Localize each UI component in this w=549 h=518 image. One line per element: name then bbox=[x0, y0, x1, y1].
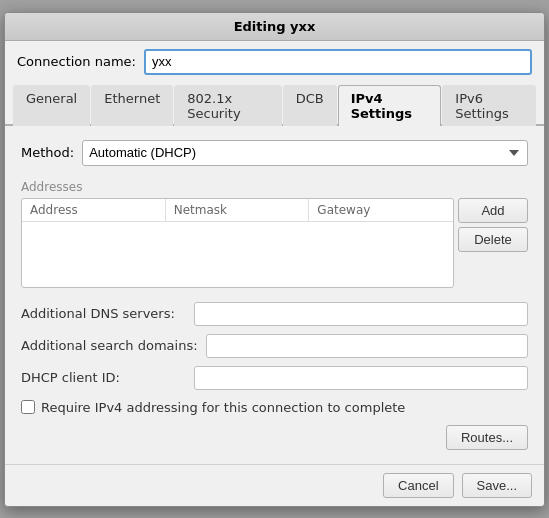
dns-label: Additional DNS servers: bbox=[21, 306, 186, 321]
addresses-section: Addresses Address Netmask Gateway Add De… bbox=[21, 180, 528, 288]
delete-button[interactable]: Delete bbox=[458, 227, 528, 252]
tab-security[interactable]: 802.1x Security bbox=[174, 85, 281, 126]
dns-row: Additional DNS servers: bbox=[21, 302, 528, 326]
dialog-title: Editing yxx bbox=[234, 19, 316, 34]
dialog: Editing yxx Connection name: General Eth… bbox=[4, 12, 545, 507]
connection-name-input[interactable] bbox=[144, 49, 532, 75]
add-button[interactable]: Add bbox=[458, 198, 528, 223]
method-select[interactable]: Automatic (DHCP) bbox=[82, 140, 528, 166]
footer: Cancel Save... bbox=[5, 464, 544, 506]
tabs-bar: General Ethernet 802.1x Security DCB IPv… bbox=[5, 83, 544, 126]
require-ipv4-checkbox[interactable] bbox=[21, 400, 35, 414]
dns-input[interactable] bbox=[194, 302, 528, 326]
addresses-body bbox=[22, 222, 453, 272]
tab-ipv4[interactable]: IPv4 Settings bbox=[338, 85, 442, 126]
col-netmask: Netmask bbox=[166, 199, 310, 221]
addr-buttons: Add Delete bbox=[458, 198, 528, 288]
connection-name-label: Connection name: bbox=[17, 54, 136, 69]
require-ipv4-row: Require IPv4 addressing for this connect… bbox=[21, 400, 528, 415]
method-label: Method: bbox=[21, 145, 74, 160]
titlebar: Editing yxx bbox=[5, 13, 544, 41]
search-row: Additional search domains: bbox=[21, 334, 528, 358]
connection-name-row: Connection name: bbox=[5, 41, 544, 83]
save-button[interactable]: Save... bbox=[462, 473, 532, 498]
dhcp-input[interactable] bbox=[194, 366, 528, 390]
dhcp-row: DHCP client ID: bbox=[21, 366, 528, 390]
addresses-grid: Address Netmask Gateway Add Delete bbox=[21, 198, 528, 288]
search-label: Additional search domains: bbox=[21, 338, 198, 353]
addresses-section-label: Addresses bbox=[21, 180, 528, 194]
cancel-button[interactable]: Cancel bbox=[383, 473, 453, 498]
routes-button[interactable]: Routes... bbox=[446, 425, 528, 450]
addresses-table: Address Netmask Gateway bbox=[21, 198, 454, 288]
routes-row: Routes... bbox=[21, 425, 528, 450]
require-ipv4-label: Require IPv4 addressing for this connect… bbox=[41, 400, 405, 415]
tab-ipv6[interactable]: IPv6 Settings bbox=[442, 85, 536, 126]
method-row: Method: Automatic (DHCP) bbox=[21, 140, 528, 166]
tab-dcb[interactable]: DCB bbox=[283, 85, 337, 126]
search-input[interactable] bbox=[206, 334, 528, 358]
dhcp-label: DHCP client ID: bbox=[21, 370, 186, 385]
addresses-header: Address Netmask Gateway bbox=[22, 199, 453, 222]
col-address: Address bbox=[22, 199, 166, 221]
tab-ethernet[interactable]: Ethernet bbox=[91, 85, 173, 126]
col-gateway: Gateway bbox=[309, 199, 453, 221]
tab-general[interactable]: General bbox=[13, 85, 90, 126]
content-area: Method: Automatic (DHCP) Addresses Addre… bbox=[5, 126, 544, 464]
